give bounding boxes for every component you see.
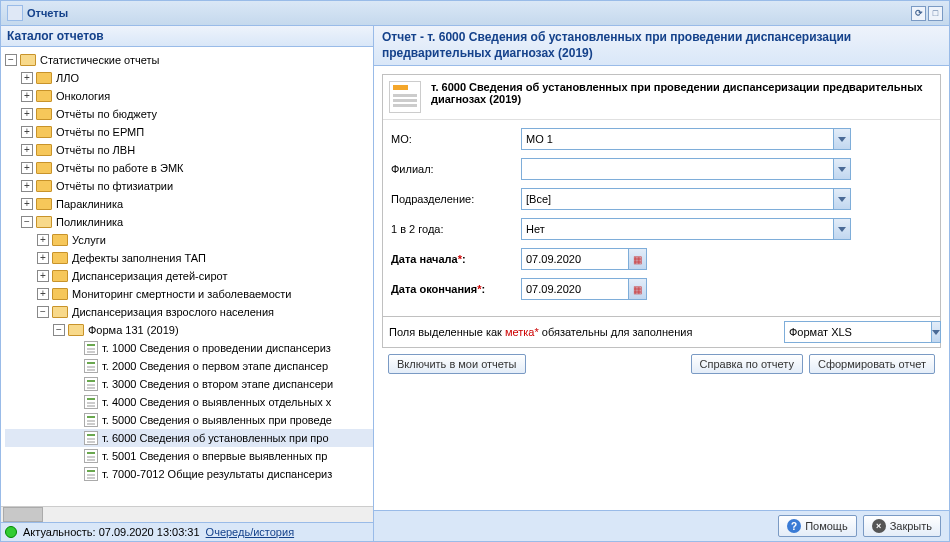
help-report-button[interactable]: Справка по отчету [691,354,803,374]
tree-report-item[interactable]: т. 5000 Сведения о выявленных при провед… [5,411,373,429]
folder-icon [36,216,52,228]
tree-report-item[interactable]: т. 1000 Сведения о проведении диспансери… [5,339,373,357]
dropdown-icon[interactable] [833,158,851,180]
required-note: Поля выделенные как метка* обязательны д… [389,326,692,338]
tree-folder[interactable]: +Диспансеризация детей-сирот [5,267,373,285]
status-ok-icon [5,526,17,538]
date-end-label: Дата окончания*: [391,283,521,295]
report-info-title: т. 6000 Сведения об установленных при пр… [431,81,934,113]
mo-label: МО: [391,133,521,145]
mo-input[interactable] [521,128,833,150]
report-icon [84,413,98,427]
report-tree[interactable]: −Статистические отчеты +ЛЛО+Онкология+От… [1,47,373,506]
refresh-button[interactable]: ⟳ [911,6,926,21]
tree-folder[interactable]: +Отчёты по ЛВН [5,141,373,159]
folder-icon [36,180,52,192]
dropdown-icon[interactable] [833,128,851,150]
filial-input[interactable] [521,158,833,180]
tree-folder[interactable]: +Отчёты по ЕРМП [5,123,373,141]
tree-folder[interactable]: +Онкология [5,87,373,105]
freq-input[interactable] [521,218,833,240]
tree-report-item[interactable]: т. 4000 Сведения о выявленных отдельных … [5,393,373,411]
folder-icon [36,72,52,84]
report-icon [84,431,98,445]
tree-folder[interactable]: −Форма 131 (2019) [5,321,373,339]
report-icon [84,467,98,481]
folder-icon [20,54,36,66]
queue-link[interactable]: Очередь/история [206,526,295,538]
folder-icon [68,324,84,336]
expand-icon[interactable]: + [37,234,49,246]
folder-icon [36,108,52,120]
podr-input[interactable] [521,188,833,210]
maximize-button[interactable]: □ [928,6,943,21]
help-icon: ? [787,519,801,533]
expand-icon[interactable]: + [21,108,33,120]
folder-icon [52,288,68,300]
tree-report-item[interactable]: т. 5001 Сведения о впервые выявленных пр [5,447,373,465]
date-start-label: Дата начала*: [391,253,521,265]
folder-icon [36,90,52,102]
tree-report-item[interactable]: т. 2000 Сведения о первом этапе диспансе… [5,357,373,375]
include-button[interactable]: Включить в мои отчеты [388,354,526,374]
tree-folder[interactable]: +Отчёты по бюджету [5,105,373,123]
expand-icon[interactable]: + [21,144,33,156]
filial-label: Филиал: [391,163,521,175]
expand-icon[interactable]: + [21,90,33,102]
horizontal-scrollbar[interactable] [1,506,373,522]
folder-icon [52,234,68,246]
folder-icon [52,306,68,318]
report-icon [389,81,421,113]
folder-icon [36,162,52,174]
dropdown-icon[interactable] [931,321,941,343]
folder-icon [52,270,68,282]
catalog-header: Каталог отчетов [1,26,373,47]
tree-report-item[interactable]: т. 7000-7012 Общие результаты диспансери… [5,465,373,483]
tree-folder[interactable]: +ЛЛО [5,69,373,87]
expand-icon[interactable]: + [37,270,49,282]
form-report-button[interactable]: Сформировать отчет [809,354,935,374]
close-icon: × [872,519,886,533]
expand-icon[interactable]: + [21,72,33,84]
tree-folder[interactable]: +Отчёты по фтизиатрии [5,177,373,195]
collapse-icon[interactable]: − [5,54,17,66]
tree-report-item[interactable]: т. 3000 Сведения о втором этапе диспансе… [5,375,373,393]
tree-folder[interactable]: +Отчёты по работе в ЭМК [5,159,373,177]
tree-folder[interactable]: +Мониторинг смертности и заболеваемости [5,285,373,303]
tree-report-item[interactable]: т. 6000 Сведения об установленных при пр… [5,429,373,447]
report-icon [84,359,98,373]
folder-icon [36,144,52,156]
folder-icon [36,198,52,210]
report-icon [84,377,98,391]
podr-label: Подразделение: [391,193,521,205]
tree-folder[interactable]: −Диспансеризация взрослого населения [5,303,373,321]
dropdown-icon[interactable] [833,218,851,240]
app-icon [7,5,23,21]
expand-icon[interactable]: + [37,288,49,300]
expand-icon[interactable]: + [21,126,33,138]
report-icon [84,449,98,463]
expand-icon[interactable]: + [21,162,33,174]
date-start-input[interactable] [521,248,629,270]
window-titlebar: Отчеты ⟳ □ [1,1,949,26]
close-button[interactable]: ×Закрыть [863,515,941,537]
format-input[interactable] [784,321,931,343]
expand-icon[interactable]: + [21,180,33,192]
help-button[interactable]: ?Помощь [778,515,857,537]
dropdown-icon[interactable] [833,188,851,210]
collapse-icon[interactable]: − [21,216,33,228]
collapse-icon[interactable]: − [53,324,65,336]
collapse-icon[interactable]: − [37,306,49,318]
tree-folder[interactable]: +Услуги [5,231,373,249]
expand-icon[interactable]: + [37,252,49,264]
tree-folder[interactable]: −Поликлиника [5,213,373,231]
calendar-icon[interactable]: ▦ [629,248,647,270]
report-icon [84,341,98,355]
tree-root[interactable]: −Статистические отчеты [5,51,373,69]
calendar-icon[interactable]: ▦ [629,278,647,300]
folder-icon [36,126,52,138]
expand-icon[interactable]: + [21,198,33,210]
tree-folder[interactable]: +Дефекты заполнения ТАП [5,249,373,267]
date-end-input[interactable] [521,278,629,300]
tree-folder[interactable]: +Параклиника [5,195,373,213]
